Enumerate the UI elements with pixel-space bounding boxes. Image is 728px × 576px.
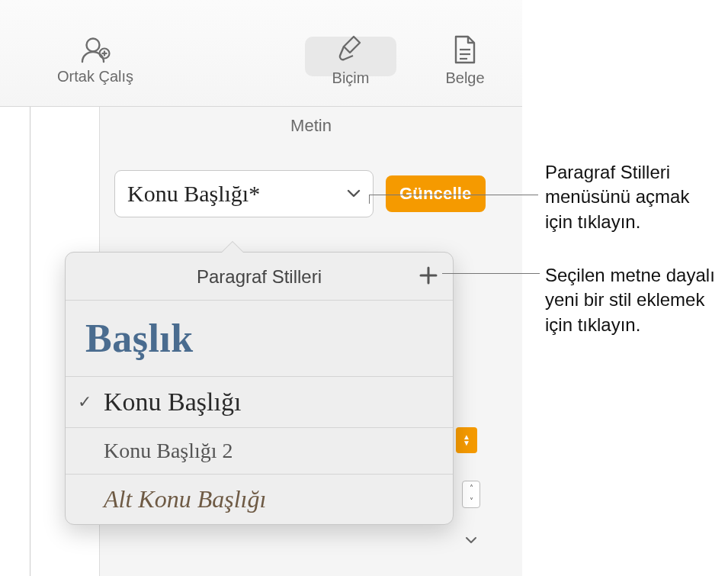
paragraph-styles-popover: Paragraf Stilleri Başlık ✓ Konu Başlığı …	[65, 252, 454, 525]
collaborate-icon	[42, 34, 149, 63]
callout-leader	[442, 273, 540, 274]
stepper-down-icon: ˅	[463, 494, 479, 507]
style-item-subheading[interactable]: Alt Konu Başlığı	[66, 475, 453, 524]
stepper-up-icon: ˄	[463, 481, 479, 494]
page-edge	[0, 107, 30, 576]
popover-title-text: Paragraf Stilleri	[197, 266, 322, 287]
document-icon	[423, 34, 507, 65]
style-item-label: Konu Başlığı	[104, 388, 241, 416]
chevron-down-icon: ▼	[463, 440, 470, 446]
format-brush-icon	[305, 34, 396, 65]
current-style-name: Konu Başlığı*	[127, 181, 260, 207]
checkmark-icon: ✓	[78, 392, 91, 412]
paragraph-style-row: Konu Başlığı* Güncelle	[114, 166, 511, 221]
panel-title: Metin	[100, 107, 522, 150]
toolbar: Ortak Çalış Biçim Belge	[0, 0, 522, 107]
style-item-heading[interactable]: ✓ Konu Başlığı	[66, 377, 453, 428]
style-item-label: Başlık	[85, 317, 194, 360]
callout-open-menu: Paragraf Stilleri menüsünü açmak için tı…	[545, 160, 720, 234]
style-list: Başlık ✓ Konu Başlığı Konu Başlığı 2 Alt…	[66, 301, 453, 524]
format-label: Biçim	[305, 69, 396, 87]
add-style-button[interactable]	[415, 262, 442, 289]
paragraph-style-popup[interactable]: Konu Başlığı*	[114, 170, 374, 217]
callout-leader	[369, 195, 538, 195]
font-size-stepper[interactable]: ˄ ˅	[462, 481, 480, 508]
style-item-label: Alt Konu Başlığı	[104, 485, 266, 513]
format-button[interactable]: Biçim	[305, 34, 396, 87]
document-button[interactable]: Belge	[423, 34, 507, 87]
callout-add-style: Seçilen metne dayalı yeni bir stil eklem…	[545, 263, 720, 337]
popover-title: Paragraf Stilleri	[66, 253, 453, 301]
chevron-down-icon	[347, 186, 361, 202]
style-item-heading2[interactable]: Konu Başlığı 2	[66, 428, 453, 475]
collaborate-button[interactable]: Ortak Çalış	[42, 34, 149, 85]
color-popup-partial[interactable]: ▲ ▼	[456, 427, 477, 453]
style-item-label: Konu Başlığı 2	[104, 439, 233, 462]
svg-point-0	[87, 39, 100, 52]
disclosure-chevron-icon[interactable]	[465, 534, 477, 546]
style-item-title[interactable]: Başlık	[66, 301, 453, 377]
document-label: Belge	[423, 69, 507, 87]
callout-leader	[369, 195, 370, 204]
update-style-button[interactable]: Güncelle	[386, 175, 486, 212]
collaborate-label: Ortak Çalış	[42, 68, 149, 85]
